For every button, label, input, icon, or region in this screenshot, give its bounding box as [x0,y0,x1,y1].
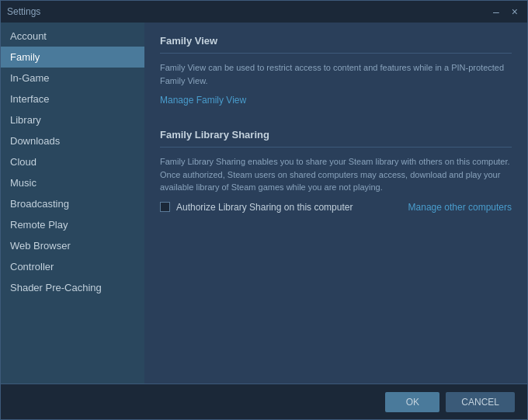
titlebar: Settings – × [1,1,527,23]
sidebar-item-downloads[interactable]: Downloads [1,130,144,151]
sidebar-item-shader-pre-caching[interactable]: Shader Pre-Caching [1,277,144,298]
sidebar-item-remote-play[interactable]: Remote Play [1,214,144,235]
family-library-sharing-description: Family Library Sharing enables you to sh… [160,155,512,194]
sidebar-item-music[interactable]: Music [1,172,144,193]
cancel-button[interactable]: CANCEL [446,392,515,412]
authorize-sharing-checkbox[interactable] [160,202,170,212]
sidebar-item-web-browser[interactable]: Web Browser [1,235,144,256]
sidebar-item-account[interactable]: Account [1,26,144,47]
section-divider-2 [160,147,512,148]
footer: OK CANCEL [1,384,527,419]
main-panel: Family View Family View can be used to r… [144,23,527,384]
family-view-description: Family View can be used to restrict acce… [160,61,512,87]
sidebar-item-interface[interactable]: Interface [1,89,144,109]
sidebar-item-cloud[interactable]: Cloud [1,151,144,172]
manage-other-computers-link[interactable]: Manage other computers [408,202,512,213]
family-view-title: Family View [160,35,512,47]
minimize-button[interactable]: – [490,6,502,17]
sidebar-item-library[interactable]: Library [1,109,144,130]
sidebar-item-in-game[interactable]: In-Game [1,68,144,89]
family-library-sharing-title: Family Library Sharing [160,129,512,141]
sidebar-item-controller[interactable]: Controller [1,256,144,277]
ok-button[interactable]: OK [385,392,439,412]
family-view-section: Family View Family View can be used to r… [160,35,512,113]
content-area: Account Family In-Game Interface Library… [1,23,527,384]
blurred-content [160,228,512,384]
manage-family-view-link[interactable]: Manage Family View [160,95,246,106]
window-title: Settings [7,6,40,17]
sidebar-item-broadcasting[interactable]: Broadcasting [1,193,144,214]
section-divider-1 [160,53,512,54]
sidebar: Account Family In-Game Interface Library… [1,23,144,384]
authorize-sharing-label: Authorize Library Sharing on this comput… [176,202,402,213]
authorize-sharing-row: Authorize Library Sharing on this comput… [160,202,512,213]
close-button[interactable]: × [509,6,521,17]
titlebar-buttons: – × [490,6,521,17]
settings-window: Settings – × Account Family In-Game Inte… [0,0,528,420]
family-library-sharing-section: Family Library Sharing Family Library Sh… [160,129,512,213]
sidebar-item-family[interactable]: Family [1,47,144,68]
